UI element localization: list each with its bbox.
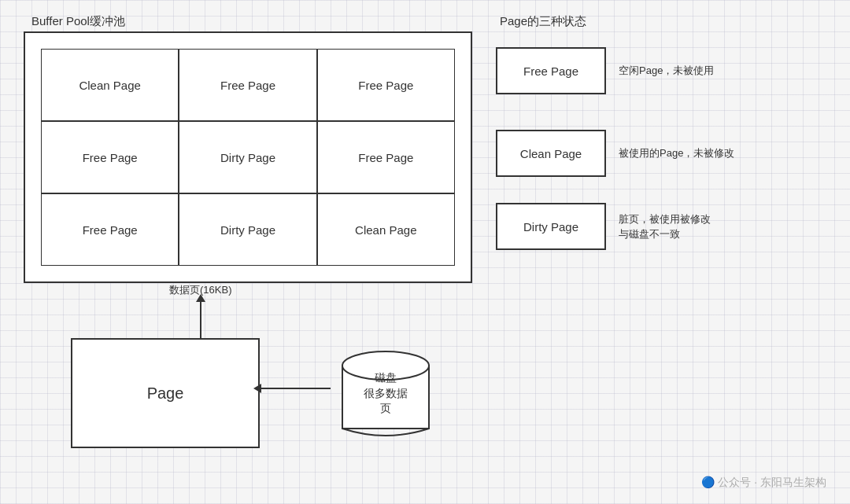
state-row-free: Free Page 空闲Page，未被使用 xyxy=(496,47,714,94)
state-desc-clean: 被使用的Page，未被修改 xyxy=(619,145,734,161)
cell-grid: Clean PageFree PageFree PageFree PageDir… xyxy=(25,33,471,281)
disk-cylinder: 磁盘很多数据页 xyxy=(334,342,437,444)
buffer-cell: Free Page xyxy=(41,121,179,193)
buffer-cell: Dirty Page xyxy=(179,121,316,193)
disk-container: 磁盘很多数据页 xyxy=(331,338,441,448)
state-desc-free: 空闲Page，未被使用 xyxy=(619,63,714,79)
buffer-cell: Free Page xyxy=(41,193,179,266)
buffer-pool-label: Buffer Pool缓冲池 xyxy=(31,14,125,29)
state-row-clean: Clean Page 被使用的Page，未被修改 xyxy=(496,130,734,177)
page-box: Page xyxy=(71,338,260,448)
watermark: 🔵 公众号 · 东阳马生架构 xyxy=(701,476,826,490)
states-title: Page的三种状态 xyxy=(500,14,586,29)
buffer-cell: Free Page xyxy=(317,49,455,121)
disk-to-page-arrow xyxy=(260,388,331,389)
state-box-clean: Clean Page xyxy=(496,130,606,177)
state-desc-dirty: 脏页，被使用被修改与磁盘不一致 xyxy=(619,212,711,242)
buffer-pool-box: Clean PageFree PageFree PageFree PageDir… xyxy=(24,31,472,283)
disk-label: 磁盘很多数据页 xyxy=(360,370,412,417)
buffer-cell: Free Page xyxy=(179,49,316,121)
state-row-dirty: Dirty Page 脏页，被使用被修改与磁盘不一致 xyxy=(496,203,711,250)
main-content: Buffer Pool缓冲池 Clean PageFree PageFree P… xyxy=(0,0,850,504)
upward-arrow xyxy=(200,300,201,340)
state-box-free: Free Page xyxy=(496,47,606,94)
buffer-cell: Free Page xyxy=(317,121,455,193)
state-box-dirty: Dirty Page xyxy=(496,203,606,250)
page-arrow-area: 数据页(16KB) xyxy=(169,283,231,340)
buffer-cell: Clean Page xyxy=(317,193,455,266)
buffer-cell: Clean Page xyxy=(41,49,179,121)
buffer-cell: Dirty Page xyxy=(179,193,316,266)
